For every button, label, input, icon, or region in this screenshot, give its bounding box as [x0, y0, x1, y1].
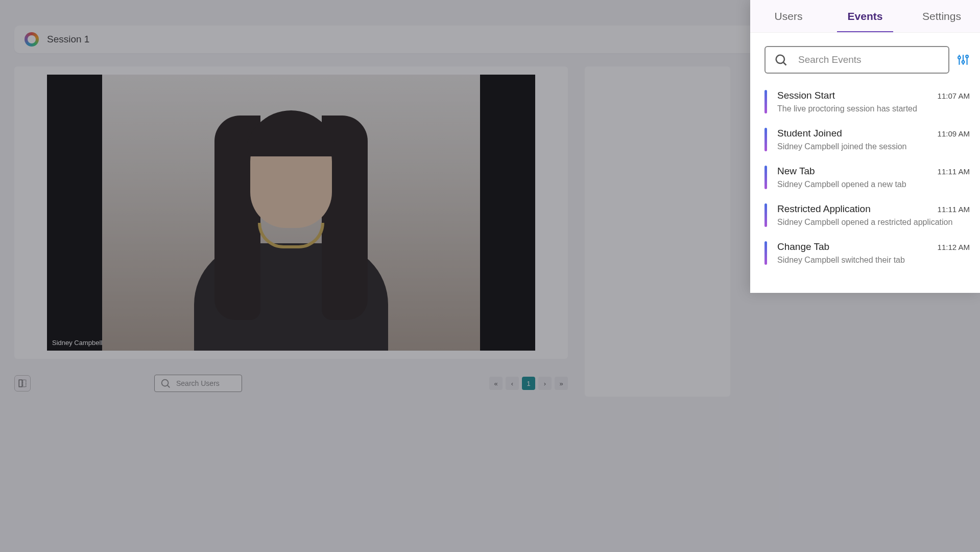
- search-icon: [774, 53, 788, 67]
- tab-settings[interactable]: Settings: [903, 0, 980, 32]
- event-title: Restricted Application: [777, 203, 871, 215]
- event-title: Student Joined: [777, 128, 842, 139]
- svg-line-5: [783, 62, 786, 65]
- svg-point-11: [966, 55, 968, 58]
- event-item[interactable]: Student Joined 11:09 AM Sidney Campbell …: [764, 121, 970, 158]
- tab-users[interactable]: Users: [750, 0, 827, 32]
- svg-point-9: [958, 56, 961, 59]
- event-accent-bar: [764, 128, 767, 151]
- event-accent-bar: [764, 90, 767, 113]
- event-time: 11:07 AM: [938, 91, 970, 100]
- event-accent-bar: [764, 166, 767, 189]
- event-item[interactable]: Restricted Application 11:11 AM Sidney C…: [764, 196, 970, 234]
- events-list: Session Start 11:07 AM The live proctori…: [750, 83, 980, 272]
- event-item[interactable]: Session Start 11:07 AM The live proctori…: [764, 83, 970, 121]
- event-title: Change Tab: [777, 241, 829, 252]
- event-description: Sidney Campbell switched their tab: [777, 256, 970, 265]
- event-accent-bar: [764, 203, 767, 227]
- event-description: The live proctoring session has started: [777, 104, 970, 113]
- event-item[interactable]: Change Tab 11:12 AM Sidney Campbell swit…: [764, 234, 970, 272]
- event-time: 11:11 AM: [938, 167, 970, 176]
- search-events-container[interactable]: [764, 46, 949, 74]
- event-time: 11:09 AM: [938, 129, 970, 138]
- events-panel: Users Events Settings Session Start 11:0…: [750, 0, 980, 293]
- event-item[interactable]: New Tab 11:11 AM Sidney Campbell opened …: [764, 158, 970, 196]
- event-time: 11:11 AM: [938, 205, 970, 214]
- svg-point-10: [962, 61, 965, 63]
- event-title: Session Start: [777, 90, 835, 101]
- filter-sliders-icon[interactable]: [957, 53, 970, 66]
- event-description: Sidney Campbell opened a restricted appl…: [777, 218, 970, 227]
- panel-tabs: Users Events Settings: [750, 0, 980, 33]
- event-accent-bar: [764, 241, 767, 265]
- svg-point-4: [776, 55, 784, 63]
- event-description: Sidney Campbell opened a new tab: [777, 180, 970, 189]
- panel-search-row: [750, 33, 980, 83]
- search-events-input[interactable]: [798, 54, 940, 65]
- event-description: Sidney Campbell joined the session: [777, 142, 970, 151]
- event-time: 11:12 AM: [938, 243, 970, 251]
- tab-events[interactable]: Events: [827, 0, 903, 32]
- event-title: New Tab: [777, 166, 815, 177]
